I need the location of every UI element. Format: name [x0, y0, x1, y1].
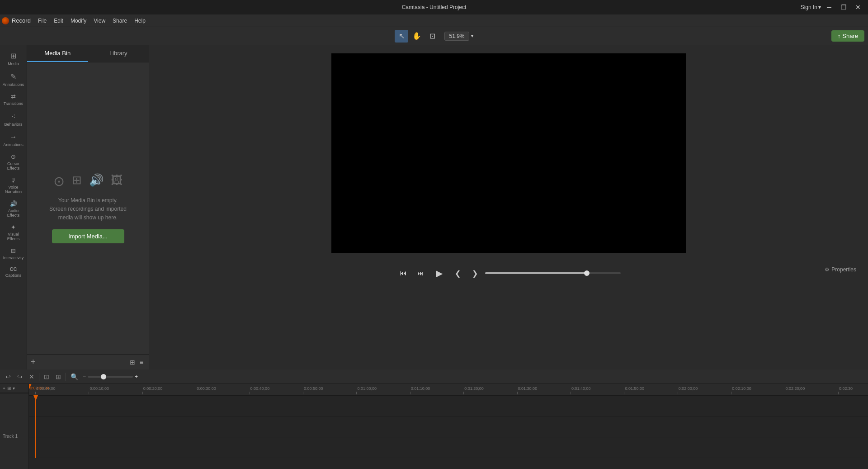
timeline-area: ↩ ↪ ✕ ⊡ ⊞ 🔍 − + + ⊞ ▾ Track 1 — [0, 370, 868, 469]
sidebar-item-captions[interactable]: CC Captions — [1, 264, 26, 280]
import-media-button[interactable]: Import Media... — [52, 229, 124, 243]
zoom-search-button[interactable]: 🔍 — [69, 372, 80, 381]
progress-bar[interactable] — [485, 272, 621, 274]
zoom-dropdown-arrow[interactable]: ▾ — [471, 33, 473, 38]
menubar: Record File Edit Modify View Share Help — [0, 14, 868, 27]
preview-area: ⏮ ⏭ ▶ ❮ ❯ ⚙ — [149, 45, 868, 370]
sidebar-item-label-interactivity: Interactivity — [3, 256, 24, 260]
share-button[interactable]: ↑ Share — [831, 30, 864, 42]
sidebar-item-label-visual-effects: Visual Effects — [2, 232, 25, 241]
media-icon: ⊞ — [10, 52, 16, 60]
toolbar-divider-2 — [66, 373, 66, 381]
ruler-mark: 0:01:10;00 — [410, 392, 410, 394]
track-headers: + ⊞ ▾ Track 1 — [0, 384, 29, 469]
sidebar-item-label-media: Media — [8, 62, 19, 66]
remove-button[interactable]: ✕ — [27, 372, 36, 381]
ruler-mark: 0:02:00;00 — [678, 392, 678, 394]
pointer-tool-button[interactable]: ↖ — [395, 30, 408, 43]
prev-frame-button[interactable]: ❮ — [451, 267, 464, 280]
share-icon: ↑ — [838, 33, 841, 39]
add-media-button[interactable]: + — [31, 357, 36, 367]
hand-tool-button[interactable]: ✋ — [410, 30, 424, 43]
menu-share[interactable]: Share — [109, 17, 131, 25]
progress-thumb[interactable] — [584, 270, 590, 276]
tab-media-bin[interactable]: Media Bin — [27, 45, 88, 62]
ruler-mark: 0:00:30;00 — [196, 392, 196, 394]
play-icon: ▶ — [436, 268, 443, 279]
prev-icon: ❮ — [455, 269, 461, 278]
titlebar: Camtasia - Untitled Project Sign In ▾ ─ … — [0, 0, 868, 14]
captions-icon: CC — [10, 266, 17, 272]
sign-in-button[interactable]: Sign In ▾ — [801, 4, 821, 10]
tab-library[interactable]: Library — [88, 45, 149, 62]
zoom-slider[interactable] — [88, 376, 133, 378]
sidebar-item-voice-narration[interactable]: 🎙 Voice Narration — [1, 174, 26, 197]
sidebar-item-label-captions: Captions — [5, 273, 22, 278]
visual-effects-icon: ✦ — [11, 224, 16, 231]
ruler-marks: 0:00:00;000:00:10;000:00:20;000:00:30;00… — [29, 384, 868, 395]
track1-label: Track 1 — [0, 393, 29, 469]
annotations-icon: ✎ — [10, 72, 16, 81]
menu-help[interactable]: Help — [131, 17, 149, 25]
track-area: 0:00:00;00 0:00:00;000:00:10;000:00:20;0… — [29, 384, 868, 469]
close-button[interactable]: ✕ — [852, 3, 864, 12]
crop-tool-button[interactable]: ⊡ — [425, 30, 439, 43]
undo-button[interactable]: ↩ — [4, 372, 13, 381]
pointer-icon: ↖ — [399, 32, 405, 40]
ruler-mark: 0:02:20;00 — [785, 392, 785, 394]
step-forward-button[interactable]: ⏭ — [414, 267, 427, 280]
sidebar-item-label-annotations: Annotations — [3, 82, 24, 87]
panel-tabs: Media Bin Library — [27, 45, 149, 62]
video-canvas — [331, 53, 686, 253]
sidebar-item-annotations[interactable]: ✎ Annotations — [1, 70, 26, 90]
toolbar-divider-1 — [39, 373, 39, 381]
timeline-toolbar: ↩ ↪ ✕ ⊡ ⊞ 🔍 − + — [0, 370, 868, 384]
zoom-slider-container: − + — [83, 374, 138, 380]
minimize-button[interactable]: ─ — [823, 3, 835, 12]
timeline-ruler: 0:00:00;00 0:00:00;000:00:10;000:00:20;0… — [29, 384, 868, 396]
interactivity-icon: ⊟ — [11, 247, 16, 254]
sidebar-item-transitions[interactable]: ⇄ Transitions — [1, 90, 26, 109]
playback-controls: ⏮ ⏭ ▶ ❮ ❯ — [396, 265, 621, 281]
play-button[interactable]: ▶ — [431, 265, 447, 281]
chevron-down-icon: ▾ — [818, 4, 821, 10]
progress-fill — [485, 272, 587, 274]
sidebar-item-interactivity[interactable]: ⊟ Interactivity — [1, 245, 26, 263]
sidebar-item-cursor-effects[interactable]: ⊙ Cursor Effects — [1, 151, 26, 173]
redo-button[interactable]: ↪ — [15, 372, 24, 381]
sidebar-item-label-audio-effects: Audio Effects — [2, 208, 25, 218]
sidebar-item-visual-effects[interactable]: ✦ Visual Effects — [1, 221, 26, 244]
record-circle-icon: ⊙ — [53, 173, 65, 189]
next-frame-button[interactable]: ❯ — [468, 267, 481, 280]
grid-view-button[interactable]: ⊞ — [128, 358, 137, 367]
menu-modify[interactable]: Modify — [67, 17, 90, 25]
menu-file[interactable]: File — [34, 17, 50, 25]
rewind-button[interactable]: ⏮ — [396, 267, 410, 280]
empty-bin-text: Your Media Bin is empty. Screen recordin… — [49, 196, 127, 223]
split-button[interactable]: ⊡ — [42, 372, 51, 381]
playhead — [35, 396, 36, 458]
menu-edit[interactable]: Edit — [50, 17, 67, 25]
restore-button[interactable]: ❐ — [837, 3, 850, 12]
ruler-mark: 0:01:20;00 — [463, 392, 464, 394]
list-view-button[interactable]: ≡ — [138, 358, 145, 367]
properties-button[interactable]: ⚙ Properties — [825, 266, 856, 273]
cursor-effects-icon: ⊙ — [11, 153, 16, 160]
logo-icon — [2, 17, 9, 24]
crop-icon: ⊡ — [429, 32, 435, 40]
sidebar-item-media[interactable]: ⊞ Media — [1, 49, 26, 69]
sidebar-item-label-transitions: Transitions — [4, 101, 24, 106]
sidebar-item-audio-effects[interactable]: 🔊 Audio Effects — [1, 198, 26, 220]
sidebar-item-animations[interactable]: → Animations — [1, 130, 26, 150]
ruler-mark: 0:02:30 — [838, 392, 839, 394]
zoom-slider-thumb[interactable] — [101, 374, 106, 379]
ruler-mark: 0:00:50;00 — [303, 392, 303, 394]
group-button[interactable]: ⊞ — [54, 372, 63, 381]
ruler-mark: 0:00:10;00 — [89, 392, 89, 394]
ruler-mark: 0:01:30;00 — [517, 392, 518, 394]
behaviors-icon: ⁖ — [11, 112, 15, 121]
sidebar-item-behaviors[interactable]: ⁖ Behaviors — [1, 109, 26, 129]
menu-view[interactable]: View — [90, 17, 109, 25]
record-label: Record — [12, 17, 31, 24]
voice-narration-icon: 🎙 — [10, 177, 16, 184]
